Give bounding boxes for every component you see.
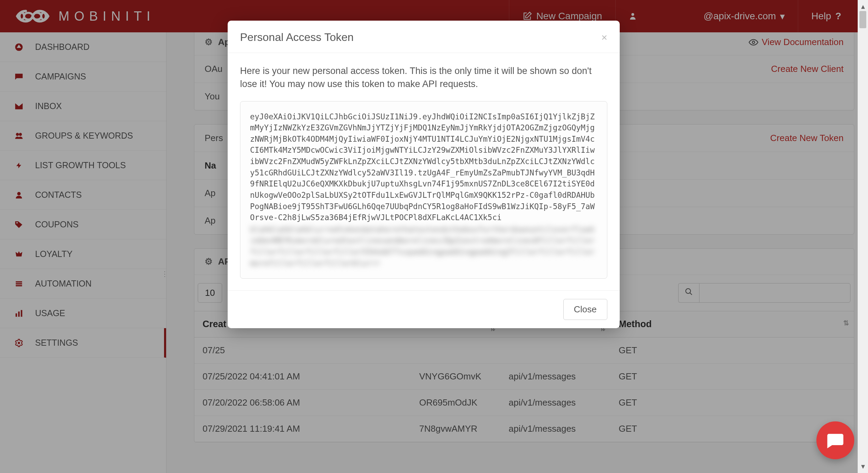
modal-header: Personal Access Token × bbox=[228, 21, 620, 53]
vertical-scrollbar[interactable]: ▴ ▾ bbox=[858, 0, 868, 473]
modal-message: Here is your new personal access token. … bbox=[240, 65, 607, 91]
scroll-thumb[interactable] bbox=[859, 11, 866, 28]
chat-icon bbox=[826, 431, 845, 450]
close-button[interactable]: Close bbox=[563, 299, 607, 320]
close-icon[interactable]: × bbox=[601, 32, 607, 43]
token-display[interactable]: eyJ0eXAiOiJKV1QiLCJhbGciOiJSUzI1NiJ9.eyJ… bbox=[240, 101, 607, 279]
token-modal: Personal Access Token × Here is your new… bbox=[228, 21, 620, 328]
modal-title: Personal Access Token bbox=[240, 31, 354, 44]
scroll-down-icon[interactable]: ▾ bbox=[861, 460, 865, 473]
chat-launcher[interactable] bbox=[816, 421, 854, 459]
token-blurred: blahblahblahblurredtokendataherethatexte… bbox=[250, 224, 597, 269]
token-text: eyJ0eXAiOiJKV1QiLCJhbGciOiJSUzI1NiJ9.eyJ… bbox=[250, 111, 597, 223]
